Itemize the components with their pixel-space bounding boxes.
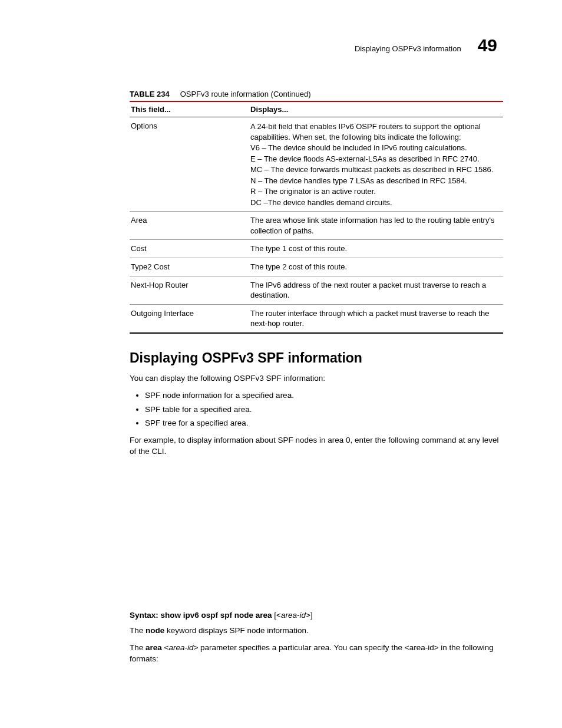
syntax-line: Syntax: show ipv6 ospf spf node area [<a… <box>130 611 503 620</box>
chapter-number: 49 <box>478 35 497 55</box>
desc-cell: The type 2 cost of this route. <box>249 258 503 276</box>
field-cell: Type2 Cost <box>130 258 249 276</box>
opt-line: MC – The device forwards multicast packe… <box>250 164 500 175</box>
desc-cell: The type 1 cost of this route. <box>249 240 503 258</box>
table-caption: TABLE 234OSPFv3 route information (Conti… <box>130 90 503 98</box>
syntax-label: Syntax: <box>130 611 158 620</box>
opt-line: DC –The device handles demand circuits. <box>250 197 500 208</box>
content-area: TABLE 234OSPFv3 route information (Conti… <box>130 90 503 665</box>
table-row: Next-Hop Router The IPv6 address of the … <box>130 276 503 304</box>
bracket-open: [< <box>274 611 281 620</box>
field-cell: Next-Hop Router <box>130 276 249 304</box>
opt-line: V6 – The device should be included in IP… <box>250 143 500 153</box>
ital-areaid: area-id <box>168 643 193 652</box>
desc-cell: A 24-bit field that enables IPv6 OSPF ro… <box>249 117 503 212</box>
table-number: TABLE 234 <box>130 90 170 98</box>
col-this-field: This field... <box>130 101 249 117</box>
bullet-list: SPF node information for a specified are… <box>130 390 503 430</box>
desc-cell: The router interface through which a pac… <box>249 304 503 333</box>
table-row: Options A 24-bit field that enables IPv6… <box>130 117 503 212</box>
node-keyword-text: The node keyword displays SPF node infor… <box>130 625 503 637</box>
example-text: For example, to display information abou… <box>130 435 503 457</box>
table-row: Type2 Cost The type 2 cost of this route… <box>130 258 503 276</box>
bold-area: area <box>146 643 162 652</box>
opt-line: E – The device floods AS-external-LSAs a… <box>250 154 500 164</box>
table-row: Outgoing Interface The router interface … <box>130 304 503 333</box>
txt: The <box>130 626 146 635</box>
table-title: OSPFv3 route information (Continued) <box>180 90 311 98</box>
opt-line: N – The device handles type 7 LSAs as de… <box>250 176 500 186</box>
field-cell: Options <box>130 117 249 212</box>
desc-cell: The IPv6 address of the next router a pa… <box>249 276 503 304</box>
desc-cell: The area whose link state information ha… <box>249 212 503 240</box>
intro-text: You can display the following OSPFv3 SPF… <box>130 373 503 384</box>
list-item: SPF tree for a specified area. <box>145 418 503 429</box>
syntax-param: area-id <box>281 611 306 620</box>
list-item: SPF table for a specified area. <box>145 404 503 416</box>
col-displays: Displays... <box>249 101 503 117</box>
txt: < <box>162 643 169 652</box>
table-header-row: This field... Displays... <box>130 101 503 117</box>
table-row: Area The area whose link state informati… <box>130 212 503 240</box>
bold-node: node <box>146 626 164 635</box>
txt: The <box>130 643 146 652</box>
opt-line: A 24-bit field that enables IPv6 OSPF ro… <box>250 121 500 142</box>
header-title: Displaying OSPFv3 information <box>355 44 461 53</box>
field-cell: Area <box>130 212 249 240</box>
opt-line: R – The originator is an active router. <box>250 186 500 197</box>
page-header: Displaying OSPFv3 information 49 <box>59 35 503 55</box>
field-cell: Cost <box>130 240 249 258</box>
list-item: SPF node information for a specified are… <box>145 390 503 401</box>
area-param-text: The area <area-id> parameter specifies a… <box>130 643 503 665</box>
table-row: Cost The type 1 cost of this route. <box>130 240 503 258</box>
ospf-route-info-table: This field... Displays... Options A 24-b… <box>130 101 503 334</box>
syntax-cmd: show ipv6 ospf spf node area <box>158 611 275 620</box>
txt: keyword displays SPF node information. <box>164 626 309 635</box>
section-heading: Displaying OSPFv3 SPF information <box>130 350 503 366</box>
field-cell: Outgoing Interface <box>130 304 249 333</box>
page: Displaying OSPFv3 information 49 TABLE 2… <box>0 0 562 728</box>
bracket-close: >] <box>306 611 313 620</box>
